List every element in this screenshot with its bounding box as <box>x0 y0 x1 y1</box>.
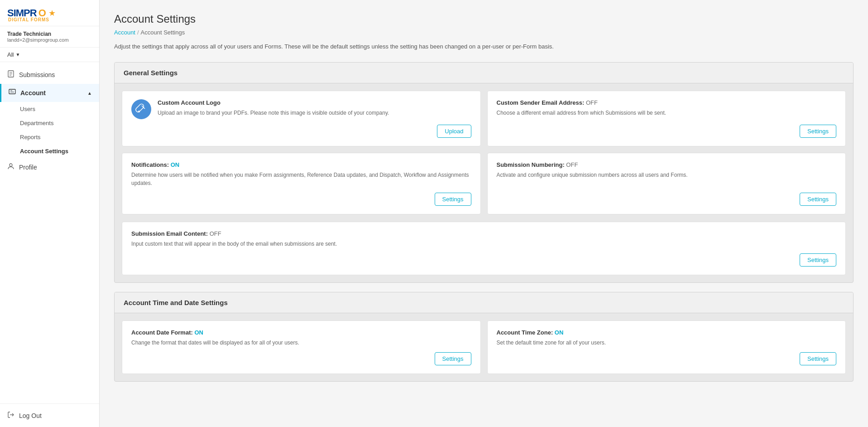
user-role: Trade Technician <box>7 31 92 37</box>
card-submission-numbering-title: Submission Numbering: OFF <box>497 161 837 168</box>
settings-button-custom-sender[interactable]: Settings <box>800 125 836 138</box>
general-settings-header: General Settings <box>115 63 853 83</box>
sidebar-item-users[interactable]: Users <box>20 102 99 116</box>
logo-area: SIMPR O ★ DIGITAL FORMS <box>0 0 99 26</box>
status-on-badge: ON <box>171 161 180 168</box>
sidebar-item-reports[interactable]: Reports <box>20 130 99 144</box>
status-off-badge-sec: OFF <box>210 230 221 237</box>
card-account-date-format-title: Account Date Format: ON <box>131 329 471 336</box>
card-custom-logo: Custom Account Logo Upload an image to b… <box>122 91 481 146</box>
card-custom-sender-email-title: Custom Sender Email Address: OFF <box>497 99 837 106</box>
general-settings-section: General Settings Custom Account Logo Upl… <box>114 62 854 283</box>
account-icon <box>9 88 16 97</box>
card-submission-email-content-top: Submission Email Content: OFF Input cust… <box>131 230 836 248</box>
card-notifications-title: Notifications: ON <box>131 161 471 168</box>
card-submission-numbering-top: Submission Numbering: OFF Activate and c… <box>497 161 837 179</box>
card-account-time-zone-action: Settings <box>497 352 837 365</box>
card-custom-sender-email-content: Custom Sender Email Address: OFF Choose … <box>497 99 837 117</box>
sidebar-item-departments[interactable]: Departments <box>20 116 99 130</box>
user-info: Trade Technician landd+2@simprogroup.com <box>0 26 99 48</box>
card-custom-logo-top: Custom Account Logo Upload an image to b… <box>131 99 471 119</box>
card-notifications-desc: Determine how users will be notified whe… <box>131 171 471 187</box>
card-submission-email-content-desc: Input custom text that will appear in th… <box>131 240 836 248</box>
card-submission-numbering-content: Submission Numbering: OFF Activate and c… <box>497 161 837 179</box>
sidebar-item-label-profile: Profile <box>19 164 37 171</box>
card-custom-logo-desc: Upload an image to brand your PDFs. Plea… <box>158 109 471 117</box>
settings-button-submission-numbering[interactable]: Settings <box>800 193 836 206</box>
sidebar-bottom: Log Out <box>0 403 99 427</box>
status-off-badge-sn: OFF <box>566 161 578 168</box>
status-off-badge: OFF <box>586 99 598 106</box>
time-date-settings-header: Account Time and Date Settings <box>115 292 853 313</box>
svg-point-9 <box>138 111 140 112</box>
page-title: Account Settings <box>114 13 854 25</box>
all-label: All <box>7 51 14 58</box>
logout-label: Log Out <box>19 412 42 419</box>
card-custom-sender-email-top: Custom Sender Email Address: OFF Choose … <box>497 99 837 117</box>
card-custom-sender-email-action: Settings <box>497 125 837 138</box>
card-custom-logo-action: Upload <box>131 125 471 138</box>
card-custom-logo-title: Custom Account Logo <box>158 99 471 106</box>
user-email: landd+2@simprogroup.com <box>7 37 92 43</box>
sidebar-item-submissions[interactable]: Submissions <box>0 66 99 84</box>
status-on-badge-atz: ON <box>555 329 564 336</box>
card-account-date-format-desc: Change the format that dates will be dis… <box>131 339 471 347</box>
settings-button-date-format[interactable]: Settings <box>435 352 471 365</box>
breadcrumb: Account / Account Settings <box>114 29 854 36</box>
chevron-down-icon: ▼ <box>15 52 20 57</box>
card-notifications-action: Settings <box>131 193 471 206</box>
card-submission-numbering-action: Settings <box>497 193 837 206</box>
card-account-time-zone-title: Account Time Zone: ON <box>497 329 837 336</box>
card-notifications-content: Notifications: ON Determine how users wi… <box>131 161 471 187</box>
chevron-up-icon: ▲ <box>87 91 92 96</box>
card-account-time-zone-content: Account Time Zone: ON Set the default ti… <box>497 329 837 347</box>
settings-button-notifications[interactable]: Settings <box>435 193 471 206</box>
sidebar-item-account[interactable]: Account ▲ <box>0 84 99 102</box>
card-notifications: Notifications: ON Determine how users wi… <box>122 153 481 214</box>
sidebar-item-account-settings[interactable]: Account Settings <box>20 144 99 158</box>
breadcrumb-account-link[interactable]: Account <box>114 29 135 36</box>
card-custom-logo-content: Custom Account Logo Upload an image to b… <box>158 99 471 117</box>
card-submission-numbering: Submission Numbering: OFF Activate and c… <box>487 153 846 214</box>
breadcrumb-separator: / <box>137 29 139 36</box>
card-account-time-zone-desc: Set the default time zone for all of you… <box>497 339 837 347</box>
card-submission-email-content-action: Settings <box>131 253 836 267</box>
svg-rect-4 <box>9 89 15 94</box>
all-filter[interactable]: All ▼ <box>0 48 99 62</box>
submission-email-content-row: Submission Email Content: OFF Input cust… <box>115 222 853 282</box>
sidebar-item-profile[interactable]: Profile <box>0 158 99 176</box>
time-date-settings-body: Account Date Format: ON Change the forma… <box>115 313 853 381</box>
profile-icon <box>7 163 14 172</box>
page-description: Adjust the settings that apply across al… <box>114 42 854 51</box>
sidebar: SIMPR O ★ DIGITAL FORMS Trade Technician… <box>0 0 100 427</box>
breadcrumb-current: Account Settings <box>141 29 185 36</box>
main-content: Account Settings Account / Account Setti… <box>100 0 868 427</box>
card-submission-numbering-desc: Activate and configure unique submission… <box>497 171 837 179</box>
settings-button-time-zone[interactable]: Settings <box>800 352 836 365</box>
time-date-settings-section: Account Time and Date Settings Account D… <box>114 292 854 382</box>
general-settings-body: Custom Account Logo Upload an image to b… <box>115 83 853 222</box>
sidebar-item-label-account: Account <box>20 89 46 97</box>
card-submission-email-content: Submission Email Content: OFF Input cust… <box>122 222 846 275</box>
card-custom-sender-email: Custom Sender Email Address: OFF Choose … <box>487 91 846 146</box>
card-custom-sender-email-desc: Choose a different email address from wh… <box>497 109 837 117</box>
submissions-icon <box>7 70 14 79</box>
settings-button-submission-email[interactable]: Settings <box>800 253 836 267</box>
account-subnav: Users Departments Reports Account Settin… <box>0 102 99 158</box>
wrench-icon <box>131 99 151 119</box>
status-on-badge-adf: ON <box>194 329 203 336</box>
upload-button[interactable]: Upload <box>437 125 471 138</box>
card-account-time-zone: Account Time Zone: ON Set the default ti… <box>487 320 846 374</box>
logout-icon <box>7 411 14 420</box>
card-account-date-format-content: Account Date Format: ON Change the forma… <box>131 329 471 347</box>
card-notifications-top: Notifications: ON Determine how users wi… <box>131 161 471 187</box>
card-account-time-zone-top: Account Time Zone: ON Set the default ti… <box>497 329 837 347</box>
sidebar-nav: Submissions Account ▲ Users Departments … <box>0 62 99 403</box>
card-submission-email-content-title: Submission Email Content: OFF <box>131 230 836 237</box>
sidebar-item-label-submissions: Submissions <box>19 71 55 78</box>
logo-star-icon: ★ <box>48 8 56 18</box>
card-submission-email-content-content: Submission Email Content: OFF Input cust… <box>131 230 836 248</box>
svg-point-7 <box>10 164 12 166</box>
card-account-date-format-action: Settings <box>131 352 471 365</box>
logout-button[interactable]: Log Out <box>7 411 92 420</box>
